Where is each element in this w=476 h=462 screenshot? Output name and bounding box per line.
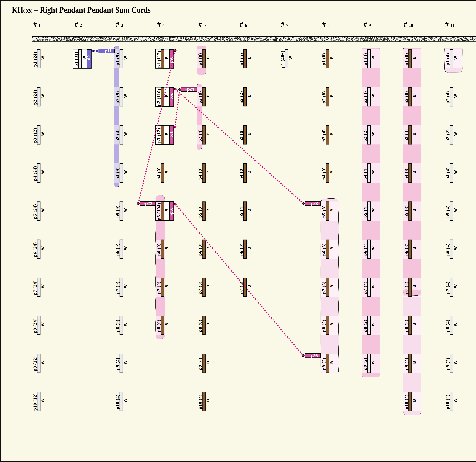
svg-text:p4 (8): p4 (8) (197, 167, 203, 180)
svg-text:KH0028 – Right Pendant Pendant: KH0028 – Right Pendant Pendant Sum Cords (12, 5, 151, 15)
svg-text:B: B (247, 56, 251, 59)
svg-text:p10 (4): p10 (4) (404, 395, 409, 409)
svg-text:W: W (371, 361, 375, 364)
svg-text:W: W (41, 170, 45, 174)
svg-text:B: B (206, 133, 210, 135)
svg-text:p6 (4): p6 (4) (363, 243, 368, 256)
svg-text:p2 (4): p2 (4) (445, 91, 450, 104)
svg-text:p1 (4): p1 (4) (445, 53, 450, 66)
svg-text:p8 (2): p8 (2) (363, 319, 368, 332)
svg-text:p7 (4): p7 (4) (445, 281, 450, 294)
svg-text:p5 (24): p5 (24) (33, 204, 38, 219)
svg-text:B: B (206, 361, 210, 364)
svg-text:p9 (2): p9 (2) (321, 358, 326, 370)
svg-text:p5 (4): p5 (4) (445, 205, 450, 218)
svg-text:B: B (165, 56, 169, 59)
svg-text:p6 (9): p6 (9) (115, 243, 120, 256)
svg-text:W: W (123, 246, 128, 250)
svg-text:B: B (247, 94, 251, 97)
svg-text:p10 (2): p10 (2) (445, 395, 450, 409)
svg-text:p8 (9): p8 (9) (115, 319, 120, 332)
svg-text:W: W (371, 94, 375, 98)
svg-text:p1 (112): p1 (112) (156, 51, 161, 68)
svg-text:p7 (9): p7 (9) (115, 281, 120, 294)
svg-text:W: W (123, 132, 128, 136)
svg-text:↑p22: ↑p22 (144, 201, 152, 206)
svg-text:B: B (412, 285, 416, 288)
svg-text:B: B (412, 399, 416, 402)
svg-text:p2 (2): p2 (2) (239, 91, 244, 104)
svg-text:W: W (123, 284, 128, 288)
svg-text:p3 (2): p3 (2) (363, 129, 368, 142)
svg-text:B: B (412, 171, 416, 173)
svg-text:p8 (2): p8 (2) (321, 319, 326, 332)
svg-text:W: W (41, 399, 45, 402)
svg-text:p7 (4): p7 (4) (363, 281, 368, 294)
svg-text:p1 (24): p1 (24) (33, 52, 38, 67)
svg-text:B: B (412, 56, 416, 59)
svg-text:W: W (453, 246, 458, 250)
svg-text:p2 (8): p2 (8) (321, 91, 326, 104)
svg-text:B: B (330, 247, 334, 250)
svg-text:p6 (8): p6 (8) (404, 243, 409, 256)
svg-text:p4 (4): p4 (4) (445, 167, 450, 180)
svg-text:p2 (9): p2 (9) (115, 91, 120, 104)
svg-text:W: W (123, 208, 128, 212)
svg-text:p26: p26 (169, 57, 174, 63)
svg-text:B: B (206, 247, 210, 250)
svg-text:p5 (4): p5 (4) (363, 205, 368, 218)
svg-text:W: W (123, 361, 128, 364)
svg-text:W: W (371, 56, 375, 59)
svg-text:p7 (0): p7 (0) (156, 281, 161, 294)
svg-text:p8 (4): p8 (4) (445, 319, 450, 332)
svg-text:p1 (8): p1 (8) (197, 53, 203, 66)
svg-text:W: W (123, 399, 128, 402)
svg-text:p1 (4): p1 (4) (363, 53, 368, 66)
svg-text:W: W (453, 94, 458, 98)
svg-text:B: B (412, 323, 416, 326)
svg-text:p10 (4): p10 (4) (197, 395, 203, 409)
svg-text:p2 (8): p2 (8) (404, 91, 409, 104)
svg-text:W: W (453, 322, 458, 326)
svg-text:W: W (123, 56, 128, 59)
svg-text:p5 (8): p5 (8) (321, 205, 326, 218)
svg-text:p5 (8): p5 (8) (404, 205, 409, 218)
svg-text:p10 (12): p10 (12) (33, 393, 38, 411)
svg-text:p9 (2): p9 (2) (445, 358, 450, 370)
svg-text:p7 (0): p7 (0) (197, 281, 203, 294)
svg-text:p5 (0): p5 (0) (197, 205, 203, 218)
svg-text:p3 (4): p3 (4) (404, 129, 409, 142)
svg-text:p3 (6): p3 (6) (239, 129, 244, 142)
svg-text:W: W (371, 284, 375, 288)
svg-text:W: W (41, 246, 45, 250)
svg-text:p1 (406): p1 (406) (280, 50, 285, 68)
svg-text:W: W (41, 361, 45, 364)
svg-text:p4 (8): p4 (8) (404, 167, 409, 180)
svg-text:W: W (41, 322, 45, 326)
svg-text:p7 (0): p7 (0) (239, 281, 244, 294)
svg-text:p2 (110): p2 (110) (156, 89, 161, 106)
svg-text:p7 (8): p7 (8) (321, 281, 326, 294)
svg-text:p7 (8): p7 (8) (404, 281, 409, 294)
svg-text:p3 (4): p3 (4) (115, 129, 120, 142)
svg-text:W: W (288, 56, 293, 59)
svg-text:B: B (330, 285, 334, 288)
svg-text:B: B (206, 399, 210, 402)
svg-text:B: B (330, 56, 334, 59)
svg-text:B: B (165, 133, 169, 135)
svg-text:W: W (371, 170, 375, 174)
svg-text:W: W (41, 284, 45, 288)
svg-text:W: W (453, 56, 458, 59)
svg-text:B: B (206, 323, 210, 326)
svg-text:W: W (371, 322, 375, 326)
svg-text:B: B (165, 285, 169, 288)
svg-text:B: B (412, 247, 416, 250)
svg-text:p9 (4): p9 (4) (197, 358, 203, 370)
svg-text:p2 (8): p2 (8) (197, 91, 203, 104)
svg-text:p4 (24): p4 (24) (33, 166, 38, 181)
svg-text:B: B (206, 285, 210, 288)
svg-text:p8 (0): p8 (0) (156, 319, 161, 332)
svg-text:p3 (4): p3 (4) (197, 129, 203, 142)
svg-text:B: B (412, 209, 416, 211)
svg-text:p2 (4): p2 (4) (363, 91, 368, 104)
